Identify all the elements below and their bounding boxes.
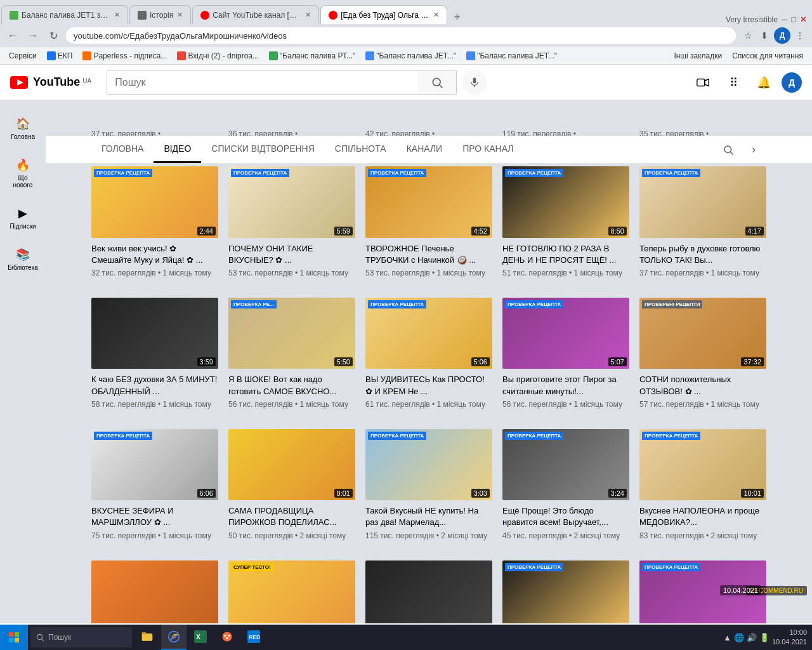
sidebar-item-subscriptions[interactable]: ▶ Підписки [1, 197, 44, 236]
video-title-v10: СОТНИ положительных ОТЗЫВОВ! ✿ ... [639, 374, 766, 397]
video-card-v4[interactable]: ПРОВЕРКА РЕЦЕПТА 8:50 НЕ ГОТОВЛЮ ПО 2 РА… [502, 166, 629, 277]
tab-about[interactable]: ПРО КАНАЛ [452, 136, 523, 163]
sidebar-item-library[interactable]: 📚 Бібліотека [1, 239, 44, 277]
video-card-v16[interactable] [91, 560, 218, 623]
video-grid-row4: СУПЕР ТЕСТО! ПРОВЕРКА РЕЦЕПТА [46, 550, 812, 623]
video-card-v18[interactable] [365, 560, 492, 623]
channel-search-icon[interactable] [716, 137, 741, 162]
video-card-v7[interactable]: ПРОВЕРКА РЕ... 5:50 Я В ШОКЕ! Вот как на… [228, 298, 355, 409]
video-meta-v14: 45 тис. переглядів • 2 місяці тому [502, 531, 629, 540]
views-v8: 61 тис. переглядів • [365, 400, 435, 409]
video-thumb-v17: СУПЕР ТЕСТО! [228, 560, 355, 623]
views-v13: 115 тис. переглядів • [365, 531, 439, 540]
video-thumb-v8: ПРОВЕРКА РЕЦЕПТА 5:06 [365, 298, 492, 369]
tab-channels[interactable]: КАНАЛИ [396, 136, 453, 163]
video-card-v1[interactable]: ПРОВЕРКА РЕЦЕПТА 2:44 Век живи век учись… [91, 166, 218, 277]
url-input[interactable] [66, 27, 736, 44]
tab-videos[interactable]: ВІДЕО [154, 136, 201, 163]
tab-community[interactable]: СПІЛЬНОТА [325, 136, 396, 163]
tab-3-close[interactable]: ✕ [305, 11, 311, 19]
video-title-v2: ПОЧЕМУ ОНИ ТАКИЕ ВКУСНЫЕ? ✿ ... [228, 243, 355, 266]
video-card-v12[interactable]: 8:01 САМА ПРОДАВЩИЦА ПИРОЖКОВ ПОДЕЛИЛАС.… [228, 429, 355, 540]
video-thumb-v14: ПРОВЕРКА РЕЦЕПТА 3:24 [502, 429, 629, 501]
notifications-icon[interactable]: 🔔 [751, 70, 776, 95]
bookmark-balance2[interactable]: "Баланс палива JET..." [362, 50, 460, 62]
bookmarks-bar: Сервіси ЕКП Paperless - підписа... Вхідн… [0, 47, 812, 65]
new-tab-button[interactable]: + [447, 11, 467, 24]
age-v9: 1 місяць тому [574, 400, 622, 409]
video-title-v13: Такой Вкусный НЕ купить! На раз два! Мар… [365, 505, 492, 528]
date-stamp: 10.04.2021 [720, 585, 761, 595]
video-card-v17[interactable]: СУПЕР ТЕСТО! [228, 560, 355, 623]
home-icon: 🏠 [16, 117, 30, 131]
video-card-v13[interactable]: ПРОВЕРКА РЕЦЕПТА 3:03 Такой Вкусный НЕ к… [365, 429, 492, 540]
video-card-v2[interactable]: ПРОВЕРКА РЕЦЕПТА 5:59 ПОЧЕМУ ОНИ ТАКИЕ В… [228, 166, 355, 277]
video-card-v3[interactable]: ПРОВЕРКА РЕЦЕПТА 4:52 ТВОРОЖНОЕ Печенье … [365, 166, 492, 277]
bookmark-inbox[interactable]: Вхідні (2) - dniproa... [173, 50, 263, 62]
yt-logo[interactable]: YouTube UA [10, 76, 91, 89]
bookmark-balance3[interactable]: "Баланс палива JЕТ..." [462, 50, 561, 62]
age-v12: 2 місяці тому [300, 531, 346, 540]
tab-2-close[interactable]: ✕ [177, 11, 183, 19]
video-meta-v5: 37 тис. переглядів • 1 місяць тому [639, 269, 766, 277]
close-btn[interactable]: ✕ [800, 15, 807, 24]
yt-mic-button[interactable] [462, 70, 487, 95]
sidebar-home-label: Головна [11, 133, 35, 140]
tab-2[interactable]: Історія ✕ [129, 5, 191, 24]
bookmark-star-icon[interactable]: ☆ [741, 29, 755, 43]
video-card-v14[interactable]: ПРОВЕРКА РЕЦЕПТА 3:24 Ещё Проще! Это блю… [502, 429, 629, 540]
apps-icon[interactable]: ⠿ [721, 70, 746, 95]
video-card-v9[interactable]: ПРОВЕРКА РЕЦЕПТА 5:07 Вы приготовите это… [502, 298, 629, 409]
video-card-v6[interactable]: 3:59 К чаю БЕЗ духовки ЗА 5 МИНУТ! ОБАЛД… [91, 298, 218, 409]
video-card-v10[interactable]: ПРОВЕРЕНІ РЕЦЕПТИ 37:32 СОТНИ положитель… [639, 298, 766, 409]
tab-1-close[interactable]: ✕ [114, 11, 120, 19]
mic-icon [469, 77, 480, 88]
video-card-v11[interactable]: ПРОВЕРКА РЕЦЕПТА 6:06 ВКУСНЕЕ ЗЕФИРА И М… [91, 429, 218, 540]
minimize-btn[interactable]: ─ [782, 15, 787, 24]
profile-icon[interactable]: Д [774, 27, 790, 44]
forward-button[interactable]: → [25, 28, 41, 43]
bookmark-other[interactable]: Інші закладки [670, 50, 726, 62]
duration-v15: 10:01 [741, 489, 764, 498]
video-card-v5[interactable]: ПРОВЕРКА РЕЦЕПТА 4:17 Теперь рыбу в духо… [639, 166, 766, 277]
tab-4-close[interactable]: ✕ [433, 11, 439, 19]
yt-search-input[interactable] [107, 70, 417, 95]
bookmark-ekp[interactable]: ЕКП [43, 50, 77, 62]
sidebar-explore-label: Що нового [9, 175, 37, 189]
video-meta-v1: 32 тис. переглядів • 1 місяць тому [91, 269, 218, 277]
video-card-v19[interactable]: ПРОВЕРКА РЕЦЕПТА [502, 560, 629, 623]
video-info-v13: Такой Вкусный НЕ купить! На раз два! Мар… [365, 505, 492, 540]
paperless-icon [82, 51, 91, 60]
yt-logo-text: YouTube [33, 76, 80, 89]
badge-v7: ПРОВЕРКА РЕ... [231, 300, 277, 308]
sidebar-item-explore[interactable]: 🔥 Що нового [1, 149, 44, 195]
bookmark-services[interactable]: Сервіси [5, 50, 41, 62]
user-avatar[interactable]: Д [782, 72, 802, 93]
settings-icon[interactable]: ⋮ [793, 29, 807, 43]
bookmark-paperless[interactable]: Paperless - підписа... [79, 50, 171, 62]
video-thumb-v1: ПРОВЕРКА РЕЦЕПТА 2:44 [91, 166, 218, 238]
yt-search-button[interactable] [417, 70, 457, 95]
tab-playlists[interactable]: СПИСКИ ВІДТВОРЕННЯ [201, 136, 324, 163]
tab-1[interactable]: Баланс палива JET1 за КВІТЕНЬ... ✕ [1, 5, 128, 24]
duration-v4: 8:50 [608, 227, 627, 235]
tab-3[interactable]: Сайт YouTube канал [Еда без тр... ✕ [192, 5, 319, 24]
back-button[interactable]: ← [5, 28, 20, 43]
bookmark-balance1[interactable]: "Баланс палива РТ..." [265, 50, 359, 62]
sidebar-item-home[interactable]: 🏠 Головна [1, 108, 44, 147]
video-card-v15[interactable]: ПРОВЕРКА РЕЦЕПТА 10:01 Вкуснее НАПОЛЕОНА… [639, 429, 766, 540]
download-icon[interactable]: ⬇ [757, 29, 771, 43]
refresh-button[interactable]: ↻ [46, 28, 61, 43]
bookmark-reading[interactable]: Список для читання [728, 50, 807, 62]
tab-4[interactable]: [Еда без Труда] Ольга Мирошни... ✕ [320, 5, 447, 24]
video-title-v15: Вкуснее НАПОЛЕОНА и проще МЕДОВИКА?... [639, 505, 766, 528]
create-video-icon[interactable] [690, 70, 716, 95]
maximize-btn[interactable]: □ [791, 15, 796, 24]
duration-v8: 5:06 [471, 357, 490, 366]
video-title-v7: Я В ШОКЕ! Вот как надо готовить САМОЕ ВК… [228, 374, 355, 397]
video-card-v8[interactable]: ПРОВЕРКА РЕЦЕПТА 5:06 ВЫ УДИВИТЕСЬ Как П… [365, 298, 492, 409]
video-info-v11: ВКУСНЕЕ ЗЕФИРА И МАРШМЭЛЛОУ ✿ ... 75 тис… [91, 505, 218, 540]
tab-home[interactable]: ГОЛОВНА [91, 136, 154, 163]
bookmark-balance3-label: "Баланс палива JЕТ..." [477, 51, 557, 60]
channel-more-icon[interactable]: › [741, 137, 766, 162]
